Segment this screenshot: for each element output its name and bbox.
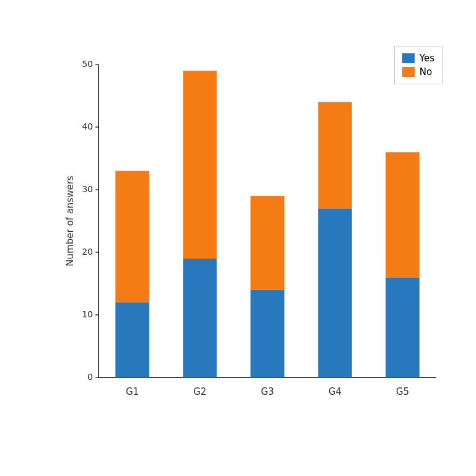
chart-container: 01020304050Number of answersG1G2G3G4G5 Y… — [15, 15, 461, 461]
svg-rect-25 — [318, 102, 352, 209]
svg-text:G2: G2 — [193, 386, 206, 397]
chart-area: 01020304050Number of answersG1G2G3G4G5 Y… — [64, 40, 449, 424]
legend-no: No — [402, 66, 434, 77]
svg-text:0: 0 — [87, 372, 93, 382]
svg-text:30: 30 — [82, 184, 93, 194]
bar-chart: 01020304050Number of answersG1G2G3G4G5 — [64, 40, 449, 424]
svg-text:G5: G5 — [396, 386, 409, 397]
svg-text:10: 10 — [82, 309, 93, 319]
svg-rect-27 — [386, 277, 420, 377]
svg-rect-18 — [183, 258, 217, 377]
svg-rect-19 — [183, 71, 217, 258]
svg-text:Number of answers: Number of answers — [64, 175, 76, 266]
no-label: No — [420, 66, 432, 77]
svg-rect-16 — [115, 171, 149, 302]
svg-text:20: 20 — [82, 247, 93, 257]
svg-rect-22 — [250, 196, 284, 290]
svg-rect-28 — [386, 152, 420, 277]
no-color-swatch — [402, 67, 415, 77]
legend-yes: Yes — [402, 53, 434, 64]
svg-rect-24 — [318, 208, 352, 377]
svg-rect-21 — [250, 290, 284, 377]
svg-rect-15 — [115, 302, 149, 377]
svg-text:G4: G4 — [328, 386, 342, 397]
svg-text:G1: G1 — [126, 386, 139, 397]
svg-text:G3: G3 — [261, 386, 274, 397]
yes-color-swatch — [402, 53, 415, 63]
legend: Yes No — [394, 46, 443, 84]
svg-text:50: 50 — [82, 59, 93, 69]
yes-label: Yes — [420, 53, 434, 64]
svg-text:40: 40 — [82, 121, 93, 131]
